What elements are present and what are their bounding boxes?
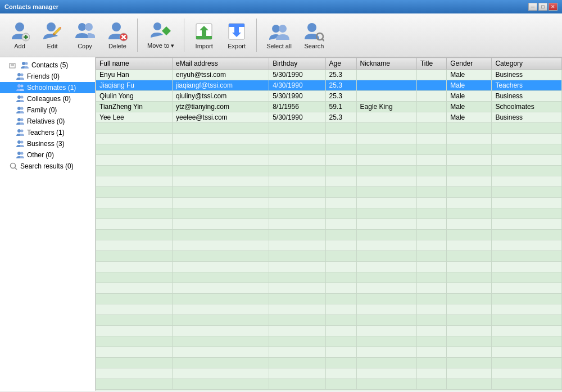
col-title[interactable]: Title [416,58,446,70]
table-cell-empty [356,240,416,251]
sidebar-item-schoolmates[interactable]: Schoolmates (1) [0,82,95,93]
table-cell-empty [492,262,562,272]
table-cell-empty [356,166,416,176]
table-cell-empty [269,176,325,187]
col-nickname[interactable]: Nickname [356,58,416,70]
sidebar-friends-label: Friends (0) [27,72,60,80]
table-cell [416,70,446,80]
table-row-empty [96,272,562,283]
table-cell-empty [447,315,492,326]
svg-point-37 [17,95,21,99]
sidebar-item-family[interactable]: Family (0) [0,104,95,116]
sidebar-item-teachers[interactable]: Teachers (1) [0,127,95,138]
table-row[interactable]: Jiaqiang Fujiaqiangf@tssi.com4/30/199025… [96,80,562,91]
sep1 [137,19,138,52]
table-row[interactable]: Yee Leeyeelee@tssi.com5/30/199025.3MaleB… [96,112,562,123]
table-cell-empty [325,166,356,176]
table-row-empty [96,368,562,379]
copy-button[interactable]: Copy [70,19,100,52]
table-cell-empty [173,347,269,358]
add-button[interactable]: Add [4,19,35,52]
sidebar: Contacts (5) Friends (0) [0,57,96,391]
table-cell-empty [269,155,325,166]
table-row[interactable]: Qiulin Yongqiuliny@tssi.com5/30/199025.3… [96,91,562,102]
sep2 [184,19,184,52]
table-cell [416,112,446,123]
table-row-empty [96,208,562,219]
sidebar-item-contacts[interactable]: Contacts (5) [0,60,95,71]
table-cell-empty [269,144,325,155]
table-cell-empty [269,283,325,294]
table-row[interactable]: Enyu Hanenyuh@tssi.com5/30/199025.3MaleB… [96,70,562,80]
table-row[interactable]: TianZheng Yinytz@tianying.com8/1/195659.… [96,102,562,112]
minimize-button[interactable]: ─ [528,3,537,11]
table-cell-empty [416,198,446,208]
col-gender[interactable]: Gender [447,58,492,70]
table-cell: Business [492,91,562,102]
sidebar-item-business[interactable]: Business (3) [0,138,95,149]
table-header-row: Full name eMail address Birthday Age Nic… [96,58,562,70]
table-cell-empty [173,166,269,176]
table-cell-empty [96,315,173,326]
col-birthday[interactable]: Birthday [269,58,325,70]
table-cell-empty [416,315,446,326]
svg-rect-22 [229,24,244,27]
edit-person-icon [42,21,62,42]
col-age[interactable]: Age [325,58,356,70]
table-row-empty [96,326,562,336]
svg-point-31 [22,62,25,65]
business-icon [16,139,25,148]
table-cell-empty [492,134,562,144]
svg-point-40 [21,107,24,110]
table-cell-empty [173,304,269,315]
table-cell-empty [416,219,446,230]
table-cell-empty [173,262,269,272]
table-cell-empty [96,230,173,240]
sidebar-item-colleagues[interactable]: Colleagues (0) [0,93,95,104]
col-category[interactable]: Category [492,58,562,70]
selectall-button[interactable]: Select all [261,19,297,52]
import-button[interactable]: Import [189,19,219,52]
table-cell-empty [492,368,562,379]
svg-point-25 [307,23,316,32]
table-cell-empty [356,272,416,283]
table-cell-empty [173,134,269,144]
svg-point-39 [17,107,21,110]
export-button[interactable]: Export [221,19,252,52]
table-row-empty [96,155,562,166]
table-cell-empty [416,347,446,358]
table-cell-empty [447,326,492,336]
table-cell-empty [416,123,446,134]
close-button[interactable]: ✕ [549,3,558,11]
table-cell: Enyu Han [96,70,173,80]
delete-button[interactable]: Delete [102,19,133,52]
col-email[interactable]: eMail address [173,58,269,70]
delete-person-icon [107,21,128,42]
table-cell-empty [447,155,492,166]
table-cell-empty [173,176,269,187]
sidebar-item-friends[interactable]: Friends (0) [0,71,95,82]
table-cell-empty [416,251,446,262]
table-cell-empty [416,240,446,251]
sidebar-item-searchresults[interactable]: Search results (0) [0,161,95,172]
sidebar-item-other[interactable]: Other (0) [0,149,95,161]
table-cell: Schoolmates [492,102,562,112]
svg-point-36 [21,85,24,88]
table-cell-empty [356,176,416,187]
search-button[interactable]: Search [299,19,329,52]
maximize-button[interactable]: □ [538,3,547,11]
sidebar-item-relatives[interactable]: Relatives (0) [0,116,95,127]
moveto-button[interactable]: Move to ▾ [142,18,179,52]
table-cell-empty [96,379,173,390]
table-row-empty [96,219,562,230]
table-cell-empty [173,144,269,155]
table-cell-empty [325,272,356,283]
table-cell: 5/30/1990 [269,70,325,80]
table-cell-empty [325,368,356,379]
col-fullname[interactable]: Full name [96,58,173,70]
table-cell-empty [269,240,325,251]
table-cell: Eagle King [356,102,416,112]
edit-button[interactable]: Edit [37,19,67,52]
table-cell: enyuh@tssi.com [173,70,269,80]
svg-point-46 [21,141,24,144]
